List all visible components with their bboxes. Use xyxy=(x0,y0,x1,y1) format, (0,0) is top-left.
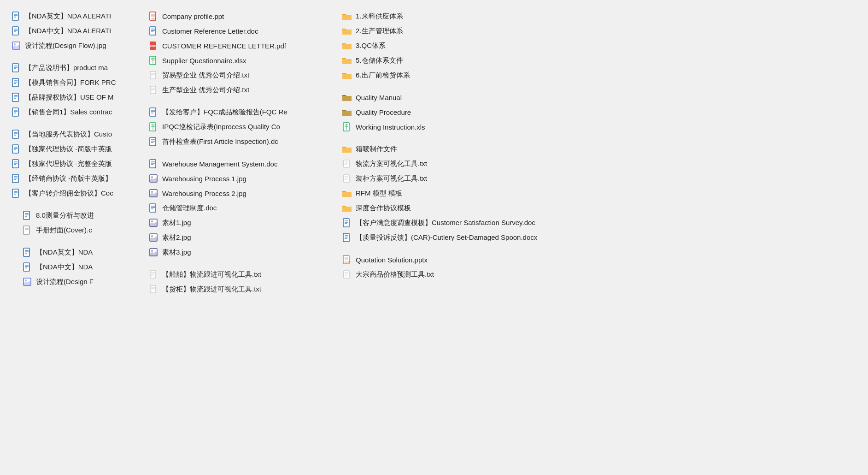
list-item[interactable]: 设计流程(Design Flow).jpg xyxy=(9,39,139,53)
folder-yellow-icon xyxy=(342,41,352,51)
spacer xyxy=(9,238,139,245)
file-label: Quality Manual xyxy=(356,94,402,101)
svg-rect-155 xyxy=(344,271,349,278)
file-label: 【NDA英文】NDA xyxy=(36,248,93,257)
list-item[interactable]: 【发给客户】FQC成品检验报告(FQC Re xyxy=(147,105,333,119)
file-label: 3.QC体系 xyxy=(356,42,386,50)
list-item[interactable]: Warehousing Process 1.jpg xyxy=(147,172,333,185)
list-item[interactable]: 3.QC体系 xyxy=(340,39,864,53)
list-item[interactable]: Warehouse Management System.doc xyxy=(147,157,333,171)
list-item[interactable]: 首件检查表(First Article Inspection).dc xyxy=(147,135,333,148)
list-item[interactable]: RFM 模型 模板 xyxy=(340,186,864,200)
list-item[interactable]: 素材2.jpg xyxy=(147,231,333,244)
list-item[interactable]: 【货柜】物流跟进可视化工具.txt xyxy=(147,282,333,296)
list-item[interactable]: 【独家代理协议 -简版中英版 xyxy=(9,142,139,156)
list-item[interactable]: 【品牌授权协议】USE OF M xyxy=(9,90,139,104)
svg-rect-46 xyxy=(23,211,29,220)
svg-rect-4 xyxy=(12,27,18,35)
list-item[interactable]: 手册封面(Cover).c xyxy=(9,223,139,237)
svg-rect-114 xyxy=(150,271,156,278)
list-item[interactable]: 素材3.jpg xyxy=(147,245,333,259)
list-item[interactable]: 生产型企业 优秀公司介绍.txt xyxy=(147,83,333,97)
svg-rect-10 xyxy=(12,64,18,72)
list-item[interactable]: 【船舶】物流跟进可视化工具.txt xyxy=(147,267,333,281)
file-label: Quality Procedure xyxy=(356,108,411,116)
file-label: Warehousing Process 2.jpg xyxy=(162,190,246,197)
list-item[interactable]: 8.0测量分析与改进 xyxy=(9,208,139,222)
list-item[interactable]: 设计流程(Design F xyxy=(9,275,139,289)
svg-rect-26 xyxy=(12,130,18,138)
list-item[interactable]: 6.出厂前检货体系 xyxy=(340,68,864,82)
list-item[interactable]: Quality Procedure xyxy=(340,105,864,119)
list-item[interactable]: 【NDA中文】NDA ALERATI xyxy=(9,24,139,38)
list-item[interactable]: 【NDA英文】NDA xyxy=(9,245,139,259)
list-item[interactable]: 2.生产管理体系 xyxy=(340,24,864,38)
list-item[interactable]: Supplier Questionnaire.xlsx xyxy=(147,53,333,67)
list-item[interactable]: 【客户转介绍佣金协议】Coc xyxy=(9,186,139,200)
file-label: 大宗商品价格预测工具.txt xyxy=(356,270,434,279)
list-item[interactable]: Customer Reference Letter.doc xyxy=(147,24,333,38)
doc-blue-icon xyxy=(11,188,21,198)
svg-rect-123 xyxy=(342,30,352,35)
file-label: 5.仓储体系文件 xyxy=(356,56,403,65)
list-item[interactable]: 【独家代理协议 -完整全英版 xyxy=(9,157,139,171)
file-label: 【客户满意度调查模板】Customer Satisfaction Survey.… xyxy=(356,219,535,227)
svg-point-9 xyxy=(14,43,16,45)
file-label: 首件检查表(First Article Inspection).dc xyxy=(162,137,278,146)
file-label: 物流方案可视化工具.txt xyxy=(356,160,427,168)
list-item[interactable]: 【模具销售合同】FORK PRC xyxy=(9,76,139,89)
list-item[interactable]: 【客户满意度调查模板】Customer Satisfaction Survey.… xyxy=(340,216,864,230)
list-item[interactable]: 1.来料供应体系 xyxy=(340,9,864,23)
list-item[interactable]: 大宗商品价格预测工具.txt xyxy=(340,267,864,281)
left-column: 【NDA英文】NDA ALERATI【NDA中文】NDA ALERATI设计流程… xyxy=(0,5,143,470)
svg-text:PDF: PDF xyxy=(150,45,156,48)
svg-rect-66 xyxy=(150,27,156,35)
list-item[interactable]: 素材1.jpg xyxy=(147,216,333,230)
file-label: 【NDA英文】NDA ALERATI xyxy=(25,12,111,21)
list-item[interactable]: 【当地服务代表协议】Custo xyxy=(9,127,139,141)
svg-rect-122 xyxy=(342,15,352,20)
list-item[interactable]: Quality Manual xyxy=(340,90,864,104)
doc-blue-icon xyxy=(11,144,21,154)
txt-icon xyxy=(342,159,352,169)
file-label: Customer Reference Letter.doc xyxy=(162,27,258,35)
list-item[interactable]: 【经销商协议 -简版中英版】 xyxy=(9,172,139,185)
list-item[interactable]: 仓储管理制度.doc xyxy=(147,201,333,215)
list-item[interactable]: 贸易型企业 优秀公司介绍.txt xyxy=(147,68,333,82)
txt-icon xyxy=(342,269,352,279)
file-label: Company profile.ppt xyxy=(162,12,224,20)
list-item[interactable]: 深度合作协议模板 xyxy=(340,201,864,215)
file-label: RFM 模型 模板 xyxy=(356,189,402,198)
file-label: 生产型企业 优秀公司介绍.txt xyxy=(162,86,249,95)
xls-green-icon xyxy=(148,122,158,132)
list-item[interactable]: IPQC巡检记录表(Inprocess Quality Co xyxy=(147,120,333,134)
file-label: 【船舶】物流跟进可视化工具.txt xyxy=(162,270,261,279)
right-column: 1.来料供应体系2.生产管理体系3.QC体系5.仓储体系文件6.出厂前检货体系Q… xyxy=(336,5,868,470)
list-item[interactable]: 箱唛制作文件 xyxy=(340,142,864,156)
list-item[interactable]: 【产品说明书】product ma xyxy=(9,61,139,75)
list-item[interactable]: 5.仓储体系文件 xyxy=(340,53,864,67)
list-item[interactable]: Warehousing Process 2.jpg xyxy=(147,186,333,200)
svg-rect-133 xyxy=(342,148,352,153)
list-item[interactable]: 物流方案可视化工具.txt xyxy=(340,157,864,171)
list-item[interactable]: PPTXQuotation Solution.pptx xyxy=(340,253,864,267)
list-item[interactable]: PPTCompany profile.ppt xyxy=(147,9,333,23)
list-item[interactable]: 装柜方案可视化工具.txt xyxy=(340,172,864,185)
svg-rect-34 xyxy=(12,160,18,168)
svg-rect-142 xyxy=(342,192,352,197)
list-item[interactable]: 【质量投诉反馈】(CAR)-Cutlery Set-Damaged Spoon.… xyxy=(340,231,864,244)
file-label: 【货柜】物流跟进可视化工具.txt xyxy=(162,285,261,294)
list-item[interactable]: Working Instruction.xls xyxy=(340,120,864,134)
list-item[interactable]: 【NDA英文】NDA ALERATI xyxy=(9,9,139,23)
txt-icon xyxy=(148,284,158,294)
spacer xyxy=(340,245,864,253)
svg-rect-38 xyxy=(12,174,18,183)
file-label: 仓储管理制度.doc xyxy=(162,204,217,213)
list-item[interactable]: PDFCUSTOMER REFERENCE LETTER.pdf xyxy=(147,39,333,53)
spacer xyxy=(147,149,333,157)
list-item[interactable]: 【销售合同1】Sales contrac xyxy=(9,105,139,119)
list-item[interactable]: 【NDA中文】NDA xyxy=(9,260,139,274)
svg-point-113 xyxy=(151,250,153,252)
pdf-red-icon: PDF xyxy=(148,41,158,51)
file-label: Warehousing Process 1.jpg xyxy=(162,175,246,183)
